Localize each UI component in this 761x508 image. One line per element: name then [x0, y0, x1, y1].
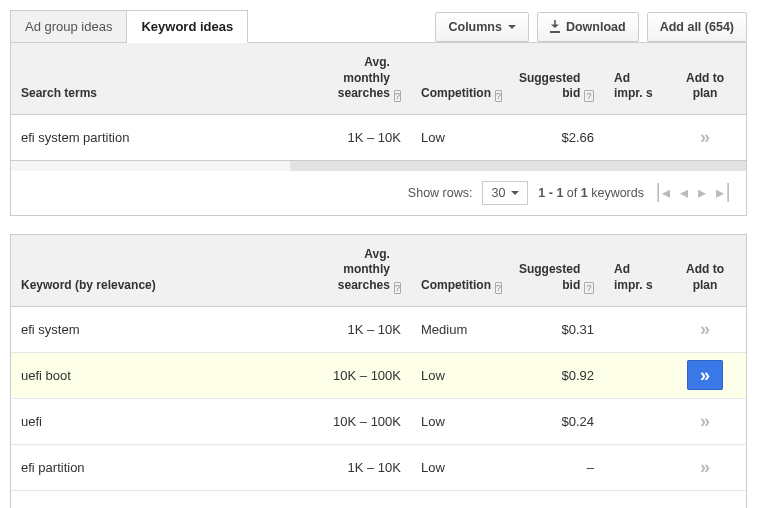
download-icon	[550, 20, 560, 33]
help-icon[interactable]: ?	[495, 90, 502, 102]
cell-competition: Low	[411, 118, 506, 157]
cell-term: efi boot	[11, 494, 313, 508]
pager: Show rows: 30 1 - 1 of 1 keywords ⎮◂ ◂ ▸…	[10, 171, 747, 216]
columns-label: Columns	[448, 20, 501, 34]
col-search-terms[interactable]: Search terms	[11, 43, 313, 114]
col-keyword[interactable]: Keyword (by relevance)	[11, 235, 313, 306]
add-all-button[interactable]: Add all (654)	[647, 12, 747, 42]
cell-bid: $0.31	[506, 310, 604, 349]
table-row: uefi boot10K – 100KLow$0.92»	[11, 353, 746, 399]
col-add-to-plan: Add to plan	[664, 235, 746, 306]
col-suggested-bid[interactable]: Suggested bid?	[506, 43, 604, 114]
chevron-down-icon	[511, 191, 519, 195]
cell-avg: 10K – 100K	[313, 356, 411, 395]
tab-ad-group-ideas[interactable]: Ad group ideas	[10, 10, 127, 43]
help-icon[interactable]: ?	[394, 90, 401, 102]
search-terms-header: Search terms Avg. monthly searches? Comp…	[11, 43, 746, 115]
pager-prev-icon[interactable]: ◂	[680, 183, 688, 202]
col-ad-impr[interactable]: Ad impr. s	[604, 43, 664, 114]
col-competition[interactable]: Competition?	[411, 43, 506, 114]
table-row: efi partition1K – 10KLow–»	[11, 445, 746, 491]
add-to-plan-icon[interactable]: »	[700, 503, 710, 508]
cell-avg: 1K – 10K	[313, 448, 411, 487]
cell-avg: 1K – 10K	[313, 118, 411, 157]
add-to-plan-icon[interactable]: »	[700, 127, 710, 147]
show-rows-label: Show rows:	[408, 186, 473, 200]
tab-keyword-ideas[interactable]: Keyword ideas	[127, 10, 248, 43]
cell-impr	[604, 363, 664, 387]
add-to-plan-icon[interactable]: »	[700, 457, 710, 477]
toolbar-actions: Columns Download Add all (654)	[435, 12, 747, 42]
add-to-plan-icon[interactable]: »	[687, 360, 723, 390]
cell-bid: –	[506, 448, 604, 487]
cell-add: »	[664, 353, 746, 398]
cell-term: uefi	[11, 402, 313, 441]
cell-impr	[604, 409, 664, 433]
rows-select[interactable]: 30	[482, 181, 528, 205]
columns-button[interactable]: Columns	[435, 12, 528, 42]
cell-avg: 10K – 100K	[313, 402, 411, 441]
cell-competition: Low	[411, 494, 506, 508]
add-to-plan-icon[interactable]: »	[700, 411, 710, 431]
cell-avg: 1K – 10K	[313, 310, 411, 349]
cell-add: »	[664, 445, 746, 490]
cell-bid: $0.92	[506, 356, 604, 395]
keywords-panel: Keyword (by relevance) Avg. monthly sear…	[10, 234, 747, 508]
cell-competition: Low	[411, 402, 506, 441]
cell-impr	[604, 501, 664, 508]
download-button[interactable]: Download	[537, 12, 639, 42]
cell-bid: $0.24	[506, 402, 604, 441]
cell-add: »	[664, 115, 746, 160]
download-label: Download	[566, 20, 626, 34]
cell-term: uefi boot	[11, 356, 313, 395]
horizontal-scrollbar[interactable]	[10, 161, 747, 171]
col-competition[interactable]: Competition?	[411, 235, 506, 306]
cell-add: »	[664, 491, 746, 508]
cell-term: efi system	[11, 310, 313, 349]
cell-term: efi partition	[11, 448, 313, 487]
table-row: efi system partition1K – 10KLow$2.66»	[11, 115, 746, 160]
cell-competition: Low	[411, 356, 506, 395]
cell-avg: 1K – 10K	[313, 494, 411, 508]
cell-bid: $3.61	[506, 494, 604, 508]
col-avg-searches[interactable]: Avg. monthly searches?	[313, 43, 411, 114]
cell-add: »	[664, 399, 746, 444]
cell-bid: $2.66	[506, 118, 604, 157]
chevron-down-icon	[508, 25, 516, 29]
pager-first-icon[interactable]: ⎮◂	[654, 183, 670, 202]
col-ad-impr[interactable]: Ad impr. s	[604, 235, 664, 306]
pager-last-icon[interactable]: ▸⎮	[716, 183, 732, 202]
search-terms-panel: Search terms Avg. monthly searches? Comp…	[10, 42, 747, 161]
cell-impr	[604, 455, 664, 479]
cell-term: efi system partition	[11, 118, 313, 157]
cell-impr	[604, 125, 664, 149]
table-row: efi boot1K – 10KLow$3.61»	[11, 491, 746, 508]
pager-range: 1 - 1 of 1 keywords	[538, 186, 644, 200]
help-icon[interactable]: ?	[394, 282, 401, 294]
add-to-plan-icon[interactable]: »	[700, 319, 710, 339]
table-row: efi system1K – 10KMedium$0.31»	[11, 307, 746, 353]
cell-impr	[604, 317, 664, 341]
col-avg-searches[interactable]: Avg. monthly searches?	[313, 235, 411, 306]
pager-next-icon[interactable]: ▸	[698, 183, 706, 202]
help-icon[interactable]: ?	[584, 90, 594, 102]
col-add-to-plan: Add to plan	[664, 43, 746, 114]
cell-competition: Medium	[411, 310, 506, 349]
help-icon[interactable]: ?	[584, 282, 594, 294]
keywords-header: Keyword (by relevance) Avg. monthly sear…	[11, 235, 746, 307]
tabs: Ad group ideas Keyword ideas	[10, 10, 248, 43]
help-icon[interactable]: ?	[495, 282, 502, 294]
col-suggested-bid[interactable]: Suggested bid?	[506, 235, 604, 306]
table-row: uefi10K – 100KLow$0.24»	[11, 399, 746, 445]
cell-add: »	[664, 307, 746, 352]
cell-competition: Low	[411, 448, 506, 487]
